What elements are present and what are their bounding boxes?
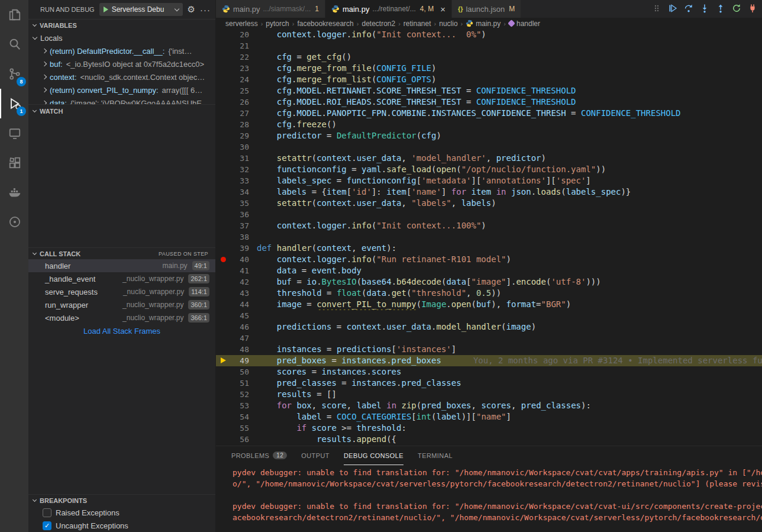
- code-line-content[interactable]: [249, 333, 762, 344]
- variable-row[interactable]: (return) convert_PIL_to_numpy:array([[[ …: [28, 83, 215, 96]
- breadcrumb-item[interactable]: nuclio: [439, 20, 457, 28]
- breakpoint-icon[interactable]: [221, 257, 226, 262]
- call-stack-frame[interactable]: <module>_nuclio_wrapper.py366:1: [28, 311, 215, 324]
- panel-tab-debug-console[interactable]: DEBUG CONSOLE: [344, 446, 403, 465]
- breakpoint-gutter[interactable]: [216, 288, 231, 299]
- breakpoint-gutter[interactable]: [216, 153, 231, 164]
- step-into-icon[interactable]: [699, 2, 711, 14]
- breadcrumb-item[interactable]: pytorch: [266, 20, 289, 28]
- code-line-content[interactable]: data = event.body: [249, 265, 762, 276]
- code-line-content[interactable]: context.logger.info("Run retinanet-R101 …: [249, 254, 762, 265]
- code-line-content[interactable]: pred_boxes = instances.pred_boxesYou, 2 …: [249, 355, 762, 366]
- breakpoint-gutter[interactable]: [216, 355, 231, 366]
- breadcrumb-item[interactable]: detectron2: [361, 20, 395, 28]
- call-stack-frame[interactable]: serve_requests_nuclio_wrapper.py114:1: [28, 285, 215, 298]
- disconnect-icon[interactable]: [747, 2, 758, 14]
- toolbar-gripper-icon[interactable]: [651, 2, 663, 14]
- breakpoints-section-header[interactable]: BREAKPOINTS: [28, 494, 215, 506]
- breakpoint-gutter[interactable]: [216, 411, 231, 423]
- breakpoint-gutter[interactable]: [216, 141, 231, 153]
- panel-tab-output[interactable]: OUTPUT: [301, 446, 330, 465]
- variable-row[interactable]: (return) DefaultPredictor.__call__:{'ins…: [28, 44, 215, 57]
- breakpoint-gutter[interactable]: [216, 423, 231, 434]
- launch-config-dropdown[interactable]: Serverless Debu: [99, 3, 183, 16]
- breakpoint-gutter[interactable]: [216, 276, 231, 288]
- breakpoint-gutter[interactable]: [216, 96, 231, 108]
- code-line-content[interactable]: functionconfig = yaml.safe_load(open("/o…: [249, 164, 762, 175]
- code-line-content[interactable]: cfg = get_cfg(): [249, 51, 762, 63]
- breakpoint-gutter[interactable]: [216, 220, 231, 231]
- code-line-content[interactable]: context.logger.info("Init context...100%…: [249, 220, 762, 231]
- breadcrumb-file[interactable]: main.py: [476, 20, 501, 28]
- breakpoint-gutter[interactable]: [216, 231, 231, 243]
- breadcrumb-item[interactable]: facebookresearch: [297, 20, 353, 28]
- code-line-content[interactable]: [249, 209, 762, 220]
- code-line-content[interactable]: [249, 310, 762, 321]
- remote-explorer-icon[interactable]: [0, 118, 28, 148]
- code-line-content[interactable]: cfg.merge_from_list(CONFIG_OPTS): [249, 74, 762, 85]
- more-actions-icon[interactable]: ···: [200, 5, 211, 15]
- variable-row[interactable]: buf:<_io.BytesIO object at 0x7f5a2dc1ecc…: [28, 57, 215, 70]
- code-line-content[interactable]: label = COCO_CATEGORIES[int(label)]["nam…: [249, 411, 762, 423]
- extensions-icon[interactable]: [0, 148, 28, 178]
- code-line-content[interactable]: results.append({: [249, 434, 762, 445]
- call-stack-frame[interactable]: _handle_event_nuclio_wrapper.py262:1: [28, 272, 215, 285]
- breakpoint-gutter[interactable]: [216, 175, 231, 186]
- code-line-content[interactable]: threshold = float(data.get("threshold", …: [249, 288, 762, 299]
- watch-section-header[interactable]: WATCH: [28, 104, 215, 117]
- breakpoint-gutter[interactable]: [216, 321, 231, 333]
- load-all-stack-frames-link[interactable]: Load All Stack Frames: [28, 324, 215, 337]
- breadcrumb-symbol[interactable]: handler: [516, 20, 540, 28]
- breakpoint-gutter[interactable]: [216, 164, 231, 175]
- editor-tab[interactable]: {}launch.jsonM: [452, 0, 521, 18]
- breakpoint-gutter[interactable]: [216, 40, 231, 51]
- breakpoint-gutter[interactable]: [216, 186, 231, 198]
- code-line-content[interactable]: scores = instances.scores: [249, 366, 762, 378]
- code-line-content[interactable]: cfg.MODEL.RETINANET.SCORE_THRESH_TEST = …: [249, 85, 762, 96]
- code-line-content[interactable]: pred_classes = instances.pred_classes: [249, 378, 762, 389]
- code-line-content[interactable]: [249, 40, 762, 51]
- code-line-content[interactable]: if score >= threshold:: [249, 423, 762, 434]
- breakpoint-gutter[interactable]: [216, 344, 231, 355]
- call-stack-section-header[interactable]: CALL STACK PAUSED ON STEP: [28, 247, 215, 259]
- variables-scope-locals[interactable]: Locals: [28, 31, 215, 44]
- call-stack-frame[interactable]: handlermain.py49:1: [28, 259, 215, 272]
- code-line-content[interactable]: context.logger.info("Init context... 0%"…: [249, 29, 762, 40]
- breakpoint-gutter[interactable]: [216, 299, 231, 310]
- code-line-content[interactable]: predictions = context.user_data.model_ha…: [249, 321, 762, 333]
- code-line-content[interactable]: results = []: [249, 389, 762, 400]
- step-over-icon[interactable]: [683, 2, 695, 14]
- breakpoint-gutter[interactable]: [216, 119, 231, 130]
- breakpoint-row[interactable]: ✓Uncaught Exceptions: [28, 519, 215, 532]
- breadcrumb-item[interactable]: serverless: [225, 20, 258, 28]
- code-line-content[interactable]: cfg.freeze(): [249, 119, 762, 130]
- profile-circle-icon[interactable]: [0, 207, 28, 237]
- variables-section-header[interactable]: VARIABLES: [28, 19, 215, 31]
- source-control-icon[interactable]: 8: [0, 59, 28, 89]
- docker-icon[interactable]: [0, 178, 28, 207]
- breakpoint-gutter[interactable]: [216, 378, 231, 389]
- step-out-icon[interactable]: [715, 2, 727, 14]
- code-line-content[interactable]: setattr(context.user_data, 'model_handle…: [249, 153, 762, 164]
- breakpoint-gutter[interactable]: [216, 333, 231, 344]
- search-icon[interactable]: [0, 30, 28, 59]
- breakpoint-gutter[interactable]: [216, 209, 231, 220]
- breakpoint-gutter[interactable]: [216, 310, 231, 321]
- breakpoint-gutter[interactable]: [216, 108, 231, 119]
- breakpoint-gutter[interactable]: [216, 130, 231, 141]
- explorer-icon[interactable]: [0, 0, 28, 30]
- breakpoint-gutter[interactable]: [216, 29, 231, 40]
- restart-icon[interactable]: [731, 2, 742, 14]
- checkbox[interactable]: ✓: [43, 521, 51, 530]
- code-line-content[interactable]: cfg.MODEL.ROI_HEADS.SCORE_THRESH_TEST = …: [249, 96, 762, 108]
- close-icon[interactable]: ×: [440, 5, 445, 14]
- code-editor[interactable]: 20 context.logger.info("Init context... …: [216, 29, 762, 446]
- code-line-content[interactable]: [249, 231, 762, 243]
- code-line-content[interactable]: def handler(context, event):: [249, 243, 762, 254]
- call-stack-frame[interactable]: run_wrapper_nuclio_wrapper.py360:1: [28, 298, 215, 311]
- code-line-content[interactable]: setattr(context.user_data, "labels", lab…: [249, 198, 762, 209]
- code-line-content[interactable]: [249, 141, 762, 153]
- editor-tab[interactable]: main.py.../siammask/...1: [216, 0, 325, 18]
- code-line-content[interactable]: image = convert_PIL_to_numpy(Image.open(…: [249, 299, 762, 310]
- panel-tab-terminal[interactable]: TERMINAL: [418, 446, 453, 465]
